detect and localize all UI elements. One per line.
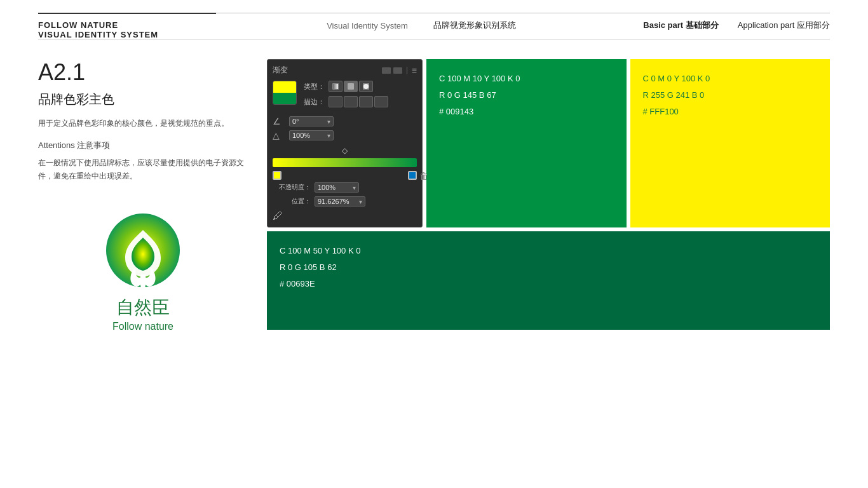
gp-delete-btn[interactable]: 🗑 xyxy=(419,171,428,181)
logo-svg xyxy=(92,209,194,292)
header-center-row: Visual Identity System 品牌视觉形象识别系统 xyxy=(327,20,516,31)
scale-icon: △ xyxy=(273,130,285,140)
angle-icon: ∠ xyxy=(273,116,285,126)
gp-type-section: 类型： xyxy=(302,81,417,111)
gp-stop-left[interactable] xyxy=(273,171,281,180)
gp-stroke-btn-1[interactable] xyxy=(329,96,342,107)
left-panel: A2.1 品牌色彩主色 用于定义品牌色彩印象的核心颜色，是视觉规范的重点。 At… xyxy=(38,59,248,332)
gp-gradient-bar-wrap: ◇ 🗑 xyxy=(273,144,417,180)
gp-diamond-row: ◇ xyxy=(273,144,417,156)
section-desc: 用于定义品牌色彩印象的核心颜色，是视觉规范的重点。 xyxy=(38,117,248,131)
gp-stop-right[interactable] xyxy=(408,171,417,180)
gp-opacity-row: 不透明度： 100% ▾ xyxy=(273,182,417,193)
green2-hex: # 00693E xyxy=(280,276,817,292)
gp-stops-row: 🗑 xyxy=(273,170,417,180)
right-panel: 渐变 ≡ 类型： xyxy=(267,59,830,332)
dark-green-swatch: C 100 M 50 Y 100 K 0 R 0 G 105 B 62 # 00… xyxy=(267,231,830,330)
gp-stroke-btn-2[interactable] xyxy=(344,96,358,107)
svg-rect-3 xyxy=(348,83,354,90)
gp-position-label: 位置： xyxy=(273,197,311,206)
svg-point-5 xyxy=(363,84,369,89)
gp-type-row: 类型： xyxy=(302,81,417,92)
gp-opacity-dropdown[interactable]: 100% ▾ xyxy=(315,182,359,193)
brand-line1: FOLLOW NATURE xyxy=(38,20,216,30)
gp-divider xyxy=(407,67,407,74)
section-title: 品牌色彩主色 xyxy=(38,91,248,108)
gp-stroke-btn-3[interactable] xyxy=(359,96,373,107)
gp-preview-type-row: 类型： xyxy=(273,81,417,111)
section-code: A2.1 xyxy=(38,59,248,86)
gp-preview-swatch xyxy=(273,81,297,105)
main-content: A2.1 品牌色彩主色 用于定义品牌色彩印象的核心颜色，是视觉规范的重点。 At… xyxy=(0,40,868,351)
green1-c: C 100 M 10 Y 100 K 0 xyxy=(439,71,614,87)
attentions-label: Attentions 注意事项 xyxy=(38,140,248,151)
gradient-icons: ≡ xyxy=(382,65,417,76)
nav-application[interactable]: Application part 应用部分 xyxy=(738,20,830,31)
gp-type-btn-1[interactable] xyxy=(329,81,342,92)
yellow-swatch-1: C 0 M 0 Y 100 K 0 R 255 G 241 B 0 # FFF1… xyxy=(630,59,831,227)
gp-gradient-bar[interactable] xyxy=(273,158,417,167)
gp-type-btn-2[interactable] xyxy=(344,81,358,92)
green2-r: R 0 G 105 B 62 xyxy=(280,259,817,276)
vis-label: Visual Identity System xyxy=(327,21,408,30)
gradient-title: 渐变 xyxy=(273,65,288,76)
gradient-panel: 渐变 ≡ 类型： xyxy=(267,59,423,227)
logo-chinese: 自然臣 xyxy=(116,295,170,320)
green1-r: R 0 G 145 B 67 xyxy=(439,87,614,104)
gp-type-buttons xyxy=(329,81,373,92)
gp-icon-1[interactable] xyxy=(382,67,391,74)
gp-stroke-buttons xyxy=(329,96,388,107)
yellow1-hex: # FFF100 xyxy=(643,104,818,120)
header: FOLLOW NATURE VISUAL IDENTITY SYSTEM Vis… xyxy=(0,0,868,39)
yellow1-r: R 255 G 241 B 0 xyxy=(643,87,818,104)
gp-scale-dropdown[interactable]: 100% ▾ xyxy=(289,130,334,140)
gp-stroke-btn-4[interactable] xyxy=(374,96,388,107)
gp-bottom-row: 🖊 xyxy=(273,210,417,222)
gp-position-dropdown[interactable]: 91.6267% ▾ xyxy=(315,196,365,207)
brand-vis-label: 品牌视觉形象识别系统 xyxy=(433,20,516,31)
gradient-title-bar: 渐变 ≡ xyxy=(273,65,417,76)
green-swatch-1: C 100 M 10 Y 100 K 0 R 0 G 145 B 67 # 00… xyxy=(426,59,627,227)
attentions-desc: 在一般情况下使用品牌标志，应该尽量使用提供的电子资源文件，避免在重绘中出现误差。 xyxy=(38,156,248,184)
gp-icon-2[interactable] xyxy=(393,67,402,74)
gp-diamond: ◇ xyxy=(342,146,348,155)
gp-scale-row: △ 100% ▾ xyxy=(273,130,417,140)
eyedropper-icon[interactable]: 🖊 xyxy=(273,210,283,222)
gp-angle-row: ∠ 0° ▾ xyxy=(273,116,417,126)
header-nav: Basic part 基础部分 Application part 应用部分 xyxy=(627,13,830,31)
color-top-row: 渐变 ≡ 类型： xyxy=(267,59,830,227)
header-center: Visual Identity System 品牌视觉形象识别系统 xyxy=(216,13,627,31)
svg-rect-2 xyxy=(333,84,338,89)
gp-stroke-row: 描边： xyxy=(302,96,417,107)
brand-line2: VISUAL IDENTITY SYSTEM xyxy=(38,30,216,39)
brand-title: FOLLOW NATURE VISUAL IDENTITY SYSTEM xyxy=(38,13,216,39)
gp-angle-dropdown[interactable]: 0° ▾ xyxy=(289,116,334,126)
green1-hex: # 009143 xyxy=(439,104,614,120)
gp-type-btn-3[interactable] xyxy=(359,81,373,92)
logo-area: 自然臣 Follow nature xyxy=(38,209,248,332)
gp-menu-icon[interactable]: ≡ xyxy=(412,65,417,76)
nav-basic[interactable]: Basic part 基础部分 xyxy=(643,20,718,31)
gp-position-row: 位置： 91.6267% ▾ xyxy=(273,196,417,207)
green2-c: C 100 M 50 Y 100 K 0 xyxy=(280,243,817,259)
gp-type-label: 类型： xyxy=(302,82,325,92)
yellow1-c: C 0 M 0 Y 100 K 0 xyxy=(643,71,818,87)
logo-english: Follow nature xyxy=(112,321,173,332)
gp-opacity-label: 不透明度： xyxy=(273,183,311,192)
gp-stroke-label: 描边： xyxy=(302,97,325,107)
